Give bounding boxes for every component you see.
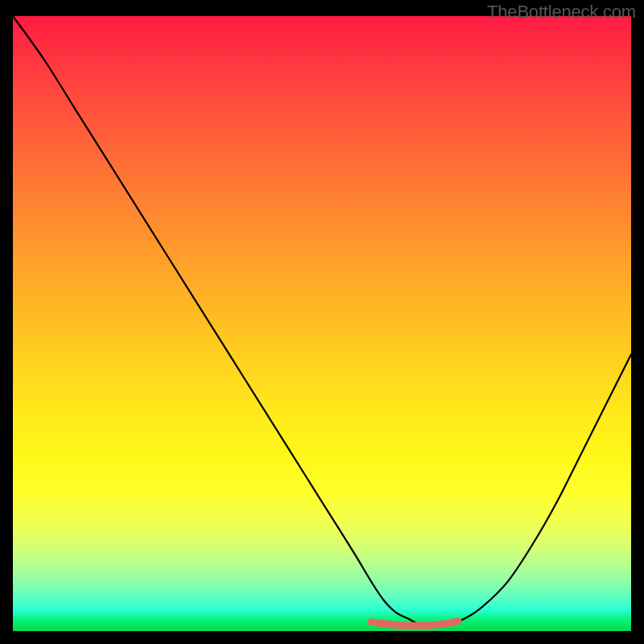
chart-area <box>13 16 631 631</box>
chart-overlay <box>13 16 631 631</box>
curve-line <box>13 16 631 625</box>
watermark-text: TheBottleneck.com <box>487 2 636 23</box>
